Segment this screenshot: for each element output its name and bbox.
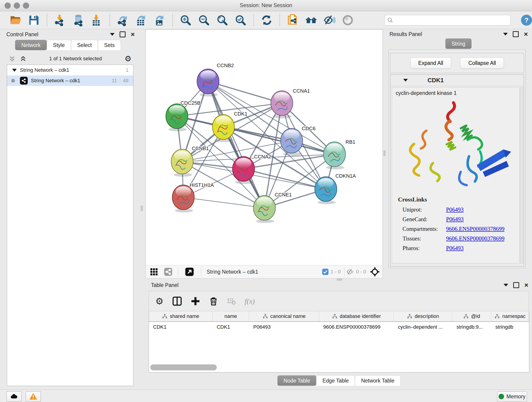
save-session-icon[interactable] (28, 14, 40, 26)
open-in-window-icon[interactable] (184, 267, 195, 277)
table-cell[interactable]: CDK1 (213, 322, 249, 332)
left-splitter-handle[interactable] (141, 205, 143, 211)
fit-selected-crosshair-icon[interactable] (369, 266, 380, 277)
right-splitter-handle[interactable] (383, 150, 386, 156)
tab-select[interactable]: Select (71, 40, 98, 50)
zoom-out-icon[interactable] (198, 14, 210, 26)
node-RB1[interactable]: RB1 (323, 139, 355, 169)
results-panel-collapse-icon[interactable] (503, 33, 508, 36)
table-cell[interactable]: CDK1 (149, 322, 213, 332)
tab-string[interactable]: String (445, 38, 472, 49)
export-image-icon[interactable] (153, 14, 165, 26)
protein-section-expander-icon[interactable] (403, 79, 408, 82)
grid-view-icon[interactable] (149, 267, 158, 276)
table-cell[interactable]: 9606.ENSP00000378699 (319, 322, 394, 332)
hidden-items-eye-icon[interactable] (346, 268, 354, 276)
table-cell[interactable]: P06493 (249, 322, 319, 332)
zoom-fit-icon[interactable] (216, 14, 228, 26)
column-header-database-identifier[interactable]: database identifier (319, 311, 394, 321)
expand-all-button[interactable]: Expand All (410, 57, 451, 69)
edge-CCNB2-CCNA1[interactable] (208, 81, 282, 103)
node-CCNA1[interactable]: CCNA1 (271, 88, 310, 118)
zoom-selected-icon[interactable] (234, 14, 247, 26)
import-network-file-icon[interactable] (54, 14, 66, 26)
column-header-canonical-name[interactable]: canonical name (249, 311, 319, 321)
table-cell[interactable]: stringdb:9... (452, 322, 491, 332)
results-scrollbar[interactable] (520, 87, 523, 264)
table-panel-collapse-icon[interactable] (504, 284, 508, 287)
column-header-name[interactable]: name (213, 311, 249, 321)
add-column-icon[interactable] (191, 296, 200, 306)
delete-table-icon[interactable] (227, 297, 236, 306)
crosslink-link[interactable]: 9606.ENSP00000378699 (446, 235, 505, 242)
node-CDKN1A[interactable]: CDKN1A (315, 173, 356, 204)
collection-expander-icon[interactable] (12, 69, 17, 72)
column-header--id[interactable]: @id (452, 311, 491, 321)
results-panel-close-icon[interactable]: × (524, 32, 528, 36)
network-collection-row[interactable]: String Network – cdk1 1 (7, 65, 133, 75)
tab-node-table[interactable]: Node Table (278, 375, 317, 386)
refresh-icon[interactable] (261, 14, 273, 26)
edge-CDK1-RB1[interactable] (223, 127, 335, 154)
zoom-in-icon[interactable] (180, 14, 191, 26)
edge-CCNB2-CCNE1[interactable] (208, 81, 264, 208)
home-pages-icon[interactable] (305, 14, 317, 26)
node-CDC25B[interactable]: CDC25B (166, 100, 201, 131)
tab-style[interactable]: Style (47, 40, 71, 50)
control-panel-collapse-icon[interactable] (110, 33, 114, 36)
import-network-database-icon[interactable] (72, 14, 84, 26)
node-HIST1H1A[interactable]: HIST1H1A (172, 182, 214, 212)
birds-eye-icon[interactable] (342, 14, 354, 26)
warnings-button[interactable] (26, 391, 41, 402)
function-builder-icon[interactable]: f(x) (245, 297, 255, 306)
search-input[interactable] (385, 15, 510, 26)
collapse-all-icon[interactable] (9, 55, 16, 62)
tab-network[interactable]: Network (15, 40, 47, 50)
table-options-gear-icon[interactable]: ⚙ (155, 296, 164, 306)
cloud-status-button[interactable] (6, 391, 22, 402)
column-header-description[interactable]: description (394, 311, 452, 321)
node-CCNB1[interactable]: CCNB1 (171, 146, 209, 177)
table-panel-close-icon[interactable]: × (524, 283, 528, 287)
results-panel-float-icon[interactable] (513, 31, 519, 37)
node-CCNB2[interactable]: CCNB2 (197, 63, 234, 96)
open-session-icon[interactable] (10, 14, 22, 26)
export-table-icon[interactable] (135, 14, 147, 26)
export-network-icon[interactable] (117, 14, 129, 26)
memory-button[interactable]: Memory (497, 391, 527, 402)
share-document-icon[interactable] (287, 14, 299, 26)
node-CDC6[interactable]: CDC6 (281, 126, 316, 156)
network-row[interactable]: String Network – cdk1 11 48 (7, 75, 133, 86)
control-panel-close-icon[interactable]: × (131, 32, 135, 37)
table-cell[interactable]: cyclin–dependent ... (394, 322, 452, 332)
selected-nodes-checkbox-icon[interactable] (322, 268, 329, 275)
table-horizontal-scrollbar[interactable] (150, 364, 217, 370)
help-icon[interactable]: ? (521, 15, 532, 26)
edge-HIST1H1A-CCNE1[interactable] (183, 197, 264, 208)
crosslink-link[interactable]: P06493 (446, 245, 463, 251)
network-edge-count: 48 (123, 78, 128, 84)
network-share-view-icon[interactable] (163, 267, 173, 277)
tab-edge-table[interactable]: Edge Table (316, 375, 355, 386)
control-panel-float-icon[interactable] (120, 32, 126, 37)
tab-network-table[interactable]: Network Table (355, 375, 400, 386)
hide-unhide-icon[interactable] (323, 14, 336, 26)
column-header-label: name (225, 313, 237, 319)
crosslink-link[interactable]: P06493 (446, 206, 463, 213)
tab-sets[interactable]: Sets (98, 40, 121, 50)
import-table-icon[interactable] (91, 14, 103, 26)
show-columns-icon[interactable] (172, 296, 182, 306)
crosslink-link[interactable]: 9606.ENSP00000378699 (446, 226, 505, 232)
delete-column-icon[interactable] (209, 297, 218, 306)
column-header-namespac[interactable]: namespac (491, 311, 529, 321)
expand-all-icon[interactable] (20, 55, 27, 62)
table-cell[interactable]: stringdb (491, 322, 529, 332)
network-canvas[interactable]: CCNB2CCNA1CDC25BCDK1CDC6RB1CCNB1CCNA2CDK… (146, 29, 383, 265)
collapse-all-button[interactable]: Collapse All (460, 57, 504, 69)
network-options-gear-icon[interactable]: ⚙ (125, 54, 132, 63)
table-panel-float-icon[interactable] (513, 282, 519, 288)
column-header-shared-name[interactable]: shared name (149, 311, 213, 321)
column-header-label: namespac (502, 313, 526, 319)
table-row[interactable]: CDK1CDK1P064939606.ENSP00000378699cyclin… (149, 322, 529, 332)
crosslink-link[interactable]: P06493 (446, 216, 463, 223)
